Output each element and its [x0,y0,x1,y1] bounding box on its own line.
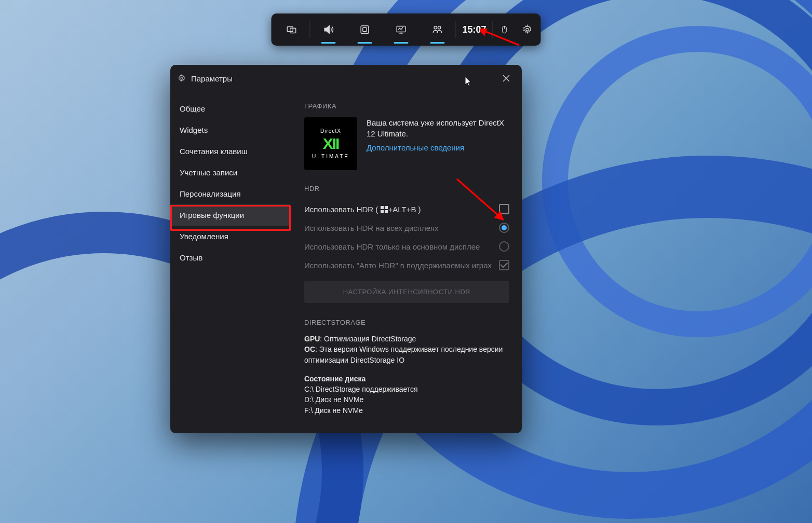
xbox-gamebar: 15:07 [271,13,540,46]
sidebar-item-gaming[interactable]: Игровые функции [170,204,290,226]
sidebar-item-personalization[interactable]: Персонализация [170,183,290,204]
directx-message: Ваша система уже использует DirectX 12 U… [367,117,509,153]
settings-content: ГРАФИКА DirectX XII ULTIMATE Ваша систем… [290,92,522,433]
svg-rect-2 [361,26,369,34]
sidebar-item-feedback[interactable]: Отзыв [170,247,290,268]
svg-rect-15 [381,206,384,209]
hdr-main-display-option[interactable]: Использовать HDR только на основном дисп… [304,237,509,256]
hdr-heading: HDR [304,185,509,192]
capture-icon[interactable] [346,16,383,44]
use-hdr-option[interactable]: Использовать HDR ( +ALT+B ) [304,200,509,218]
directstorage-gpu: GPU: Оптимизация DirectStorage ОС: Эта в… [304,334,509,365]
svg-point-6 [438,26,441,29]
svg-point-9 [526,29,529,31]
panel-title: Параметры [191,74,233,83]
sidebar-item-widgets[interactable]: Widgets [170,119,290,141]
gear-icon [178,74,186,82]
hdr-all-displays-radio[interactable] [499,223,509,233]
use-hdr-checkbox[interactable] [499,204,509,214]
gamebar-time: 15:07 [456,24,492,35]
svg-rect-3 [363,27,367,31]
svg-point-12 [181,77,183,79]
xbox-social-icon[interactable] [419,16,455,44]
sidebar-item-accounts[interactable]: Учетные записи [170,162,290,183]
settings-sidebar: Общее Widgets Сочетания клавиш Учетные з… [170,92,290,433]
close-button[interactable] [498,70,515,87]
audio-icon[interactable] [310,16,346,44]
sidebar-item-notifications[interactable]: Уведомления [170,226,290,247]
sidebar-item-general[interactable]: Общее [170,98,290,119]
svg-point-5 [434,26,437,29]
performance-icon[interactable] [383,16,419,44]
panel-header: Параметры [170,65,522,92]
auto-hdr-checkbox[interactable] [499,260,509,270]
svg-rect-17 [381,210,384,213]
graphics-heading: ГРАФИКА [304,102,509,110]
svg-rect-18 [385,210,388,213]
hdr-all-displays-option[interactable]: Использовать HDR на всех дисплеях [304,218,509,237]
auto-hdr-option[interactable]: Использовать "Авто HDR" в поддерживаемых… [304,256,509,274]
hdr-main-display-radio[interactable] [499,241,509,252]
directstorage-disks: Состояние диска C:\ DirectStorage поддер… [304,374,509,416]
hdr-intensity-button[interactable]: НАСТРОЙКА ИНТЕНСИВНОСТИ HDR [304,281,509,303]
sidebar-item-shortcuts[interactable]: Сочетания клавиш [170,141,290,162]
widget-menu-icon[interactable] [273,16,309,44]
directstorage-heading: DIRECTSTORAGE [304,319,509,326]
more-info-link[interactable]: Дополнительные сведения [367,142,464,153]
directx-badge: DirectX XII ULTIMATE [304,117,357,170]
mouse-icon[interactable] [493,16,516,44]
settings-panel: Параметры Общее Widgets Сочетания клавиш… [170,65,522,433]
gear-icon[interactable] [516,16,539,44]
close-icon [503,75,510,82]
windows-key-icon [381,206,388,213]
svg-rect-16 [385,206,388,209]
